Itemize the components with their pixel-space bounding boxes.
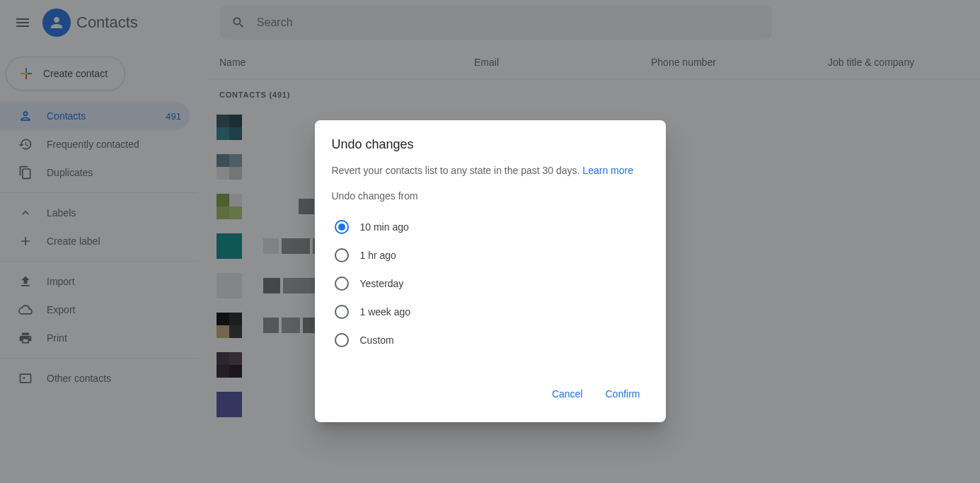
radio-icon bbox=[335, 220, 349, 234]
confirm-button[interactable]: Confirm bbox=[596, 383, 648, 405]
radio-label: Custom bbox=[360, 334, 394, 346]
undo-changes-dialog: Undo changes Revert your contacts list t… bbox=[315, 120, 666, 422]
dialog-description: Revert your contacts list to any state i… bbox=[332, 165, 649, 176]
learn-more-link[interactable]: Learn more bbox=[582, 165, 633, 176]
dialog-actions: Cancel Confirm bbox=[332, 383, 649, 405]
radio-icon bbox=[335, 305, 349, 319]
radio-icon bbox=[335, 277, 349, 291]
radio-1hr[interactable]: 1 hr ago bbox=[332, 241, 649, 269]
dialog-subheading: Undo changes from bbox=[332, 190, 649, 202]
radio-10min[interactable]: 10 min ago bbox=[332, 213, 649, 241]
radio-icon bbox=[335, 333, 349, 347]
radio-custom[interactable]: Custom bbox=[332, 326, 649, 354]
radio-label: 1 hr ago bbox=[360, 250, 396, 261]
modal-overlay[interactable]: Undo changes Revert your contacts list t… bbox=[0, 0, 980, 483]
dialog-title: Undo changes bbox=[332, 137, 649, 152]
radio-1week[interactable]: 1 week ago bbox=[332, 298, 649, 326]
radio-yesterday[interactable]: Yesterday bbox=[332, 269, 649, 298]
radio-label: Yesterday bbox=[360, 278, 404, 289]
radio-icon bbox=[335, 248, 349, 262]
radio-label: 1 week ago bbox=[360, 306, 411, 318]
radio-label: 10 min ago bbox=[360, 221, 409, 233]
cancel-button[interactable]: Cancel bbox=[543, 383, 592, 405]
